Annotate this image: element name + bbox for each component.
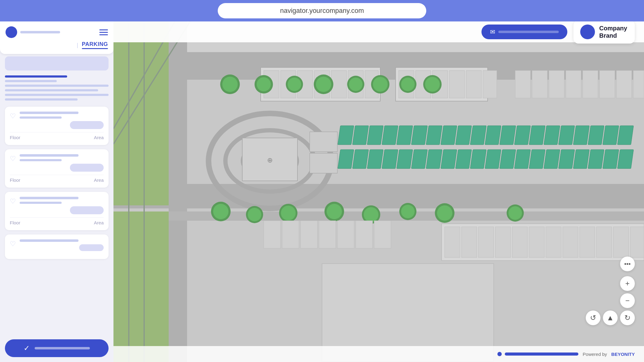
map-more-button[interactable]: ••• (620, 257, 635, 271)
svg-rect-53 (558, 126, 575, 145)
zoom-in-icon: + (625, 279, 630, 288)
sidebar-text-section (5, 73, 109, 107)
svg-rect-121 (495, 227, 511, 257)
svg-point-105 (401, 205, 415, 218)
svg-rect-25 (549, 70, 564, 98)
svg-rect-115 (356, 221, 373, 248)
svg-rect-38 (338, 126, 354, 145)
sidebar-logo-area (6, 26, 60, 38)
svg-rect-29 (616, 70, 632, 98)
svg-point-91 (401, 78, 415, 91)
email-text-placeholder (498, 31, 559, 33)
svg-rect-124 (546, 227, 561, 257)
card-2-subtitle (20, 159, 62, 161)
rotate-up-button[interactable]: ▲ (603, 311, 618, 325)
parking-card-1: ♡ Floor Area (5, 107, 109, 145)
svg-rect-110 (264, 221, 281, 248)
favorite-icon-3[interactable]: ♡ (10, 197, 16, 205)
brand-name-line1: Company (599, 25, 627, 32)
svg-rect-76 (603, 150, 619, 169)
svg-rect-27 (583, 70, 598, 98)
svg-point-85 (316, 77, 331, 92)
card-2-top: ♡ (10, 154, 104, 172)
text-line-bold (5, 75, 67, 78)
text-line-5 (5, 98, 78, 101)
search-bar[interactable] (5, 56, 109, 70)
svg-rect-20 (449, 70, 465, 98)
svg-rect-45 (441, 126, 457, 145)
sidebar: | PARKING ♡ (0, 21, 113, 362)
url-text: navigator.yourcompany.com (280, 7, 364, 14)
svg-point-87 (349, 78, 362, 91)
card-2-area-label: Area (94, 177, 104, 183)
card-1-area-label: Area (94, 135, 104, 140)
card-1-title (20, 112, 79, 114)
sidebar-logo (6, 26, 17, 38)
brand-name-line2: Brand (599, 32, 617, 39)
svg-point-103 (364, 207, 378, 222)
svg-rect-73 (558, 150, 575, 169)
svg-rect-72 (544, 150, 560, 169)
svg-point-99 (281, 206, 296, 220)
hamburger-button[interactable] (99, 29, 108, 35)
card-3-title (20, 197, 79, 199)
map-area[interactable]: ✉ Company Brand (113, 21, 644, 362)
card-2-floor-label: Floor (10, 177, 20, 183)
brand-badge: Company Brand (573, 21, 635, 44)
favorite-icon-4[interactable]: ♡ (10, 240, 16, 248)
zoom-out-button[interactable]: − (620, 293, 635, 308)
svg-rect-114 (337, 221, 354, 248)
svg-rect-42 (397, 126, 413, 145)
rotate-left-button[interactable]: ↺ (586, 311, 600, 325)
svg-rect-118 (445, 227, 460, 257)
card-4-info (20, 239, 104, 251)
parking-card-4: ♡ (5, 234, 109, 259)
card-2-info (20, 154, 104, 172)
svg-point-107 (437, 205, 452, 221)
svg-rect-55 (588, 126, 604, 145)
svg-rect-113 (319, 221, 336, 248)
svg-rect-64 (426, 150, 442, 169)
sidebar-header: | PARKING (0, 21, 113, 54)
address-bar[interactable]: navigator.yourcompany.com (218, 3, 426, 18)
card-2-title (20, 154, 79, 157)
text-line-1 (5, 80, 57, 82)
card-4-badge (79, 244, 104, 251)
main-content: | PARKING ♡ (0, 21, 644, 362)
confirm-button[interactable]: ✓ (5, 339, 109, 357)
check-icon: ✓ (24, 344, 30, 352)
svg-rect-40 (367, 126, 383, 145)
svg-rect-67 (470, 150, 486, 169)
card-3-subtitle (20, 202, 62, 204)
card-3-floor-label: Floor (10, 220, 20, 225)
favorite-icon-2[interactable]: ♡ (10, 155, 16, 163)
svg-point-83 (288, 78, 301, 91)
favorite-icon-1[interactable]: ♡ (10, 112, 16, 120)
email-button[interactable]: ✉ (481, 25, 567, 39)
svg-rect-68 (485, 150, 501, 169)
progress-dot (497, 352, 502, 356)
svg-point-95 (213, 204, 228, 219)
tab-parking[interactable]: PARKING (82, 41, 108, 48)
svg-rect-48 (485, 126, 501, 145)
svg-rect-70 (514, 150, 531, 169)
svg-point-79 (222, 77, 238, 92)
rotate-right-button[interactable]: ↻ (620, 311, 635, 325)
hamburger-line-1 (99, 29, 108, 30)
hamburger-line-3 (99, 34, 108, 35)
card-3-area-label: Area (94, 220, 104, 225)
card-1-footer: Floor Area (10, 132, 104, 140)
svg-rect-39 (352, 126, 369, 145)
map-controls: ••• + − ↺ ▲ ↻ (586, 257, 635, 325)
svg-rect-63 (411, 150, 427, 169)
zoom-in-button[interactable]: + (620, 276, 635, 291)
svg-rect-129 (630, 227, 644, 257)
rotate-up-icon: ▲ (607, 314, 614, 322)
brand-avatar (580, 25, 595, 39)
parking-card-3: ♡ Floor Area (5, 192, 109, 230)
progress-container (497, 352, 578, 356)
card-1-info (20, 112, 104, 129)
svg-rect-51 (529, 126, 545, 145)
sidebar-tabs: | PARKING (6, 41, 108, 49)
svg-rect-26 (566, 70, 581, 98)
